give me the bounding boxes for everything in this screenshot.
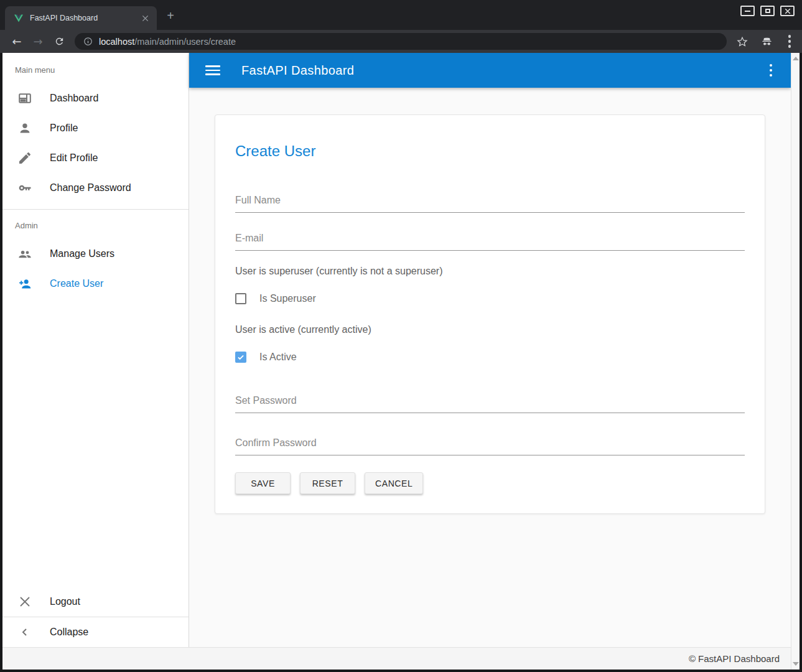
window-controls (740, 6, 795, 16)
sidebar-item-label: Edit Profile (50, 152, 98, 164)
back-button-icon[interactable]: ← (9, 34, 25, 50)
browser-toolbar: ← → localhost/main/admin/users/create (0, 30, 802, 53)
url-text: localhost/main/admin/users/create (99, 37, 236, 47)
site-info-icon[interactable] (83, 37, 93, 46)
create-user-card: Create User User is superuser (currently… (215, 114, 765, 514)
main-content: Create User User is superuser (currently… (189, 88, 791, 647)
scroll-up-arrow-icon[interactable] (793, 57, 799, 60)
forward-button-icon[interactable]: → (30, 34, 46, 50)
browser-tab-strip: FastAPI Dashboard + (0, 0, 802, 30)
page-footer: © FastAPI Dashboard (2, 647, 791, 670)
browser-tab[interactable]: FastAPI Dashboard (5, 6, 157, 30)
sidebar-section-main-menu: Main menu (15, 65, 189, 75)
app-title: FastAPI Dashboard (241, 63, 354, 78)
address-bar[interactable]: localhost/main/admin/users/create (75, 33, 727, 50)
sidebar-spacer (2, 299, 189, 587)
sidebar-item-edit-profile[interactable]: Edit Profile (2, 143, 189, 173)
save-button[interactable]: SAVE (235, 472, 291, 494)
full-name-field[interactable] (235, 195, 745, 213)
hamburger-menu-icon[interactable] (205, 65, 220, 75)
confirm-password-field[interactable] (235, 437, 745, 455)
app-bar: FastAPI Dashboard (189, 53, 791, 88)
sidebar-item-label: Logout (50, 596, 80, 607)
page-viewport: Main menu Dashboard Profile Edit Profile… (2, 53, 800, 670)
sidebar-item-label: Profile (50, 123, 78, 134)
window-close-button[interactable] (780, 6, 795, 16)
chevron-left-icon (17, 625, 32, 640)
group-icon (17, 246, 32, 261)
vue-favicon-icon (14, 14, 24, 23)
sidebar-item-manage-users[interactable]: Manage Users (2, 239, 189, 269)
window-minimize-button[interactable] (740, 6, 755, 16)
sidebar-item-label: Manage Users (50, 248, 114, 259)
window-maximize-button[interactable] (760, 6, 775, 16)
reload-button-icon[interactable] (51, 34, 67, 50)
person-add-icon (17, 276, 32, 291)
checkbox-box[interactable] (235, 352, 246, 363)
sidebar-section-admin: Admin (15, 221, 189, 230)
sidebar-item-collapse[interactable]: Collapse (2, 617, 189, 647)
sidebar: Main menu Dashboard Profile Edit Profile… (2, 53, 189, 647)
active-hint: User is active (currently active) (235, 324, 745, 335)
tab-title: FastAPI Dashboard (30, 14, 139, 22)
person-icon (17, 121, 32, 136)
reset-button[interactable]: RESET (300, 472, 355, 494)
sidebar-item-label: Change Password (50, 182, 131, 194)
toolbar-right-icons (737, 32, 794, 50)
new-tab-button[interactable]: + (163, 9, 178, 24)
dashboard-icon (17, 91, 32, 106)
sidebar-item-profile[interactable]: Profile (2, 113, 189, 143)
sidebar-item-label: Collapse (50, 627, 88, 638)
key-icon (17, 180, 32, 195)
sidebar-item-dashboard[interactable]: Dashboard (2, 83, 189, 113)
sidebar-item-label: Create User (50, 278, 103, 289)
checkbox-box[interactable] (235, 293, 246, 304)
sidebar-item-create-user[interactable]: Create User (2, 269, 189, 299)
bookmark-star-icon[interactable] (737, 36, 748, 47)
checkbox-label: Is Active (259, 352, 297, 363)
browser-menu-icon[interactable] (786, 32, 794, 50)
checkbox-label: Is Superuser (259, 293, 316, 304)
sidebar-item-label: Dashboard (50, 93, 98, 104)
scroll-down-arrow-icon[interactable] (793, 662, 799, 666)
sidebar-item-logout[interactable]: Logout (2, 587, 189, 617)
sidebar-item-change-password[interactable]: Change Password (2, 173, 189, 203)
pencil-icon (17, 151, 32, 166)
superuser-hint: User is superuser (currently is not a su… (235, 266, 745, 277)
page-title: Create User (235, 142, 745, 160)
is-superuser-checkbox[interactable]: Is Superuser (235, 293, 745, 304)
email-field[interactable] (235, 233, 745, 251)
logout-x-icon (17, 594, 32, 609)
app-menu-icon[interactable] (767, 62, 775, 80)
url-path: /main/admin/users/create (134, 37, 236, 47)
is-active-checkbox[interactable]: Is Active (235, 352, 745, 363)
vertical-scrollbar[interactable] (791, 53, 800, 670)
incognito-icon (760, 35, 773, 48)
form-actions: SAVE RESET CANCEL (235, 472, 745, 494)
sidebar-divider (2, 209, 189, 210)
url-host: localhost (99, 37, 134, 47)
tab-close-icon[interactable] (139, 12, 151, 24)
cancel-button[interactable]: CANCEL (365, 472, 423, 494)
copyright-text: © FastAPI Dashboard (689, 653, 780, 664)
set-password-field[interactable] (235, 395, 745, 413)
